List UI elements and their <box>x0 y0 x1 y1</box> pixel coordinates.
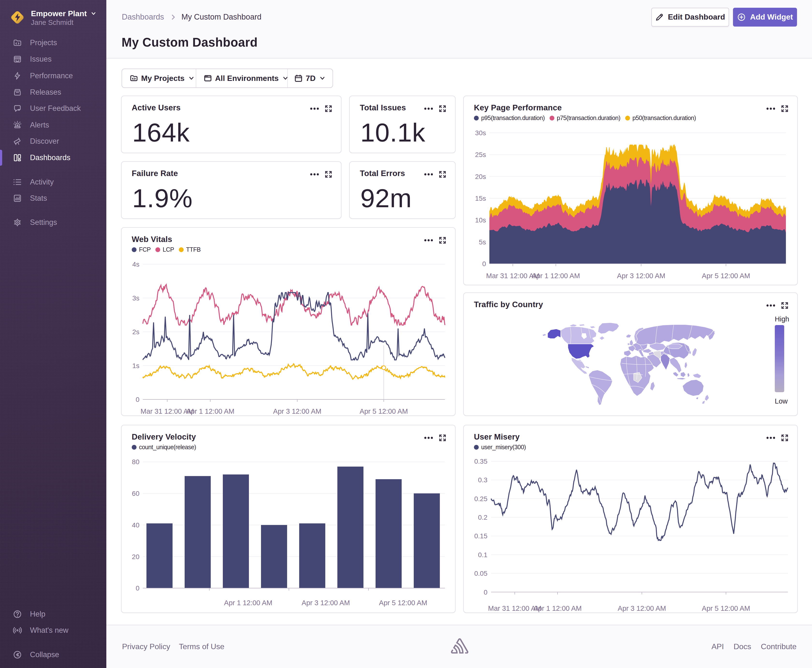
svg-text:Apr 1 12:00 AM: Apr 1 12:00 AM <box>224 599 272 607</box>
svg-text:Apr 5 12:00 AM: Apr 5 12:00 AM <box>379 599 427 607</box>
svg-text:4s: 4s <box>132 261 139 268</box>
svg-text:0: 0 <box>484 589 487 596</box>
svg-text:Apr 3 12:00 AM: Apr 3 12:00 AM <box>273 407 321 415</box>
svg-text:0: 0 <box>136 584 139 592</box>
svg-text:25s: 25s <box>475 151 486 159</box>
svg-text:Apr 5 12:00 AM: Apr 5 12:00 AM <box>702 272 750 280</box>
svg-text:20: 20 <box>132 553 139 561</box>
svg-text:60: 60 <box>132 490 139 497</box>
svg-text:Apr 5 12:00 AM: Apr 5 12:00 AM <box>360 407 408 415</box>
svg-text:0.2: 0.2 <box>478 514 487 521</box>
svg-text:15s: 15s <box>475 195 486 202</box>
svg-text:0.3: 0.3 <box>478 476 487 484</box>
svg-text:Apr 1 12:00 AM: Apr 1 12:00 AM <box>533 605 582 612</box>
svg-text:Apr 3 12:00 AM: Apr 3 12:00 AM <box>617 272 665 280</box>
svg-text:0.1: 0.1 <box>478 551 487 559</box>
svg-text:5s: 5s <box>479 238 486 246</box>
svg-text:Apr 3 12:00 AM: Apr 3 12:00 AM <box>618 605 666 612</box>
svg-text:30s: 30s <box>475 129 486 137</box>
svg-text:Apr 3 12:00 AM: Apr 3 12:00 AM <box>301 599 350 607</box>
svg-text:40: 40 <box>132 521 139 529</box>
svg-text:3s: 3s <box>132 294 139 302</box>
svg-text:1s: 1s <box>132 362 139 369</box>
svg-text:20s: 20s <box>475 173 486 180</box>
svg-text:0.15: 0.15 <box>474 532 488 540</box>
svg-text:0: 0 <box>136 396 139 403</box>
svg-text:Apr 1 12:00 AM: Apr 1 12:00 AM <box>186 407 234 415</box>
svg-text:0.05: 0.05 <box>474 570 488 577</box>
svg-text:2s: 2s <box>132 328 139 336</box>
svg-text:10s: 10s <box>475 216 486 224</box>
svg-text:80: 80 <box>132 458 139 466</box>
svg-text:0.35: 0.35 <box>474 458 488 465</box>
svg-text:Apr 5 12:00 AM: Apr 5 12:00 AM <box>702 605 750 612</box>
svg-text:0.25: 0.25 <box>474 495 488 503</box>
svg-text:Apr 1 12:00 AM: Apr 1 12:00 AM <box>532 272 580 280</box>
svg-text:0: 0 <box>482 260 486 267</box>
